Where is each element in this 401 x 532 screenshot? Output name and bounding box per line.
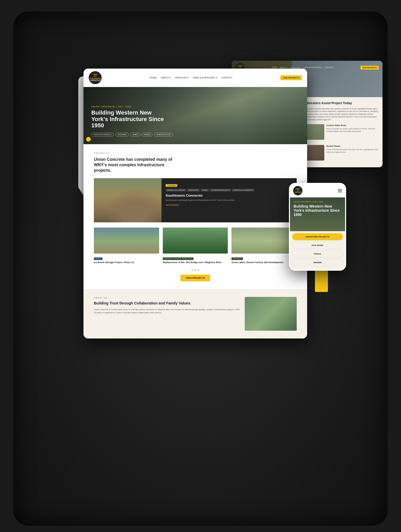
logo-badge: UNION ⬡ CONCRETE CONSTRUCTION: [89, 71, 102, 84]
stake-desc: Union Concrete can build custom bodies f…: [326, 128, 378, 133]
thumb-projects: MARINE Ice Boom Storage Project, Phase 1…: [94, 228, 297, 264]
carousel-dots: [94, 269, 297, 271]
nav-services[interactable]: SERVICES ▾: [175, 76, 189, 79]
stake-title: Custom Stake Body: [326, 124, 378, 127]
mobile-menu-sitework[interactable]: SITE WORK: [292, 242, 343, 249]
featured-tags: BRIDGES & CULVERTS DEMOLITION PARKS SIGN…: [166, 189, 293, 191]
featured-img-dirt: [94, 178, 161, 222]
hero-tag-parks[interactable]: PARKS: [130, 133, 140, 136]
dot-3[interactable]: [198, 269, 199, 271]
bridge-img: [163, 228, 228, 254]
about-text: ABOUT US Building Trust through Collabor…: [94, 297, 240, 314]
feat-tag-parks: PARKS: [201, 189, 209, 191]
mobile-title: Building Western New York's Infrastructu…: [294, 204, 341, 217]
nav-links: HOME ABOUT ▾ SERVICES ▾ SUBS & SUPPLIERS…: [150, 76, 232, 79]
about-heading: Building Trust through Collaboration and…: [94, 301, 240, 305]
main-browser: UNION ⬡ CONCRETE CONSTRUCTION HOME ABOUT…: [83, 84, 307, 338]
fab-item-stake-text: Custom Stake Body Union Concrete can bui…: [326, 124, 378, 133]
hamburger-line-2: [338, 190, 342, 191]
nav-home[interactable]: HOME: [150, 76, 157, 79]
featured-badge: FEATURED: [166, 184, 177, 187]
feat-tag-bridges: BRIDGES & CULVERTS: [166, 189, 186, 191]
about-image: [245, 297, 297, 331]
projects-heading: Union Concrete has completed many of WNY…: [94, 157, 182, 173]
featured-desc: Reconstruction and Bridge Replacement/Re…: [166, 199, 293, 202]
view-projects-button[interactable]: VIEW PROJECTS: [180, 275, 210, 281]
hamburger-line-3: [338, 192, 342, 192]
hero-tags: SIGNATURE PROJECTS SITE WORK PARKS MARIN…: [91, 133, 173, 136]
hamburger-line-1: [338, 189, 342, 190]
marine-tag: MARINE: [94, 257, 102, 260]
mobile-menu-signature[interactable]: SIGNATURE PROJECTS: [292, 233, 343, 240]
nav-contact[interactable]: CONTACT: [221, 76, 232, 79]
bridge-title: Replacement of Rte. 353 Bridge over Alle…: [163, 261, 228, 264]
fab-item-bucket-text: Bucket Repair Union Concrete fabricated …: [326, 145, 378, 154]
mobile-menu-marine[interactable]: MARINE: [292, 259, 343, 266]
site-tag: SITE WORK: [231, 257, 243, 260]
fab-item-stake: Custom Stake Body Union Concrete can bui…: [303, 124, 378, 140]
about-label: ABOUT US: [94, 297, 240, 299]
dot-2[interactable]: [195, 269, 196, 271]
hero-title: Building Western New York's Infrastructu…: [91, 110, 164, 129]
fab-nav-cta[interactable]: OUR PROJECTS: [360, 66, 379, 70]
yellow-indicator: ↓: [86, 137, 91, 142]
hero-tag-site[interactable]: SITE WORK: [115, 133, 129, 136]
fab-right-desc: highly skilled, full-time fabricators wh…: [303, 108, 378, 121]
fab-right-title: Fabricators Assist Project Today: [303, 101, 378, 105]
featured-title: Southtowns Connector: [166, 194, 293, 197]
mobile-menu-parks[interactable]: PARKS: [292, 250, 343, 257]
site-img: [231, 228, 297, 254]
main-nav: UNION ⬡ CONCRETE CONSTRUCTION HOME ABOUT…: [83, 69, 307, 87]
hero-est: UNION CONCRETE | EST. 1950: [91, 106, 173, 108]
hero-section: UNION CONCRETE | EST. 1950 Building West…: [83, 87, 307, 144]
fab-nav-services[interactable]: SERVICES ▾: [290, 66, 301, 69]
projects-label: PROJECTS: [94, 152, 297, 154]
fab-nav-about[interactable]: ABOUT ▾: [280, 66, 287, 69]
feat-tag-demo: DEMOLITION: [187, 189, 200, 191]
fab-nav-home[interactable]: HOME: [271, 66, 277, 69]
dot-1[interactable]: [191, 269, 193, 271]
featured-project-info: FEATURED BRIDGES & CULVERTS DEMOLITION P…: [161, 178, 297, 222]
fab-nav-contact[interactable]: CONTACT: [325, 66, 333, 69]
nav-cta-button[interactable]: OUR PROJECTS: [280, 75, 302, 80]
marine-img: [94, 228, 159, 254]
mobile-menu-items: SIGNATURE PROJECTS SITE WORK PARKS MARIN…: [290, 231, 345, 270]
about-section: ABOUT US Building Trust through Collabor…: [83, 289, 307, 338]
hero-tag-marine[interactable]: MARINE: [142, 133, 152, 136]
thumb-project-bridge: BRIDGES & CULVERTS / DEMOLITION Replacem…: [163, 228, 228, 264]
bucket-desc: Union Concrete fabricated new ears, the …: [326, 148, 378, 154]
hero-tag-signature[interactable]: SIGNATURE PROJECTS: [91, 133, 114, 136]
fab-nav-links: HOME ABOUT ▾ SERVICES ▾ SUBS & SUPPLIERS…: [271, 66, 333, 69]
mobile-nav: UNION ⬡ CONCRETE: [290, 184, 345, 197]
fab-right: Fabricators Assist Project Today highly …: [299, 97, 383, 167]
marine-title: Ice Boom Storage Project, Phase 1A: [94, 261, 159, 264]
mobile-est: UNION CONCRETE | EST. 1950: [294, 201, 341, 203]
bucket-title: Bucket Repair: [326, 145, 378, 147]
logo-sub: CONSTRUCTION: [90, 80, 100, 82]
fab-item-bucket: Bucket Repair Union Concrete fabricated …: [303, 145, 378, 161]
logo-area: UNION ⬡ CONCRETE CONSTRUCTION: [89, 71, 102, 84]
thumb-project-site: SITE WORK Great Lakes Cheese Factory Sit…: [231, 228, 297, 264]
fab-nav-subs[interactable]: SUBS & SUPPLIERS ▾: [303, 66, 322, 69]
featured-project-img: [94, 178, 161, 222]
hero-tag-transport[interactable]: TRANSPORTATION: [154, 133, 173, 136]
feat-tag-sig: SIGNATURE PROJECTS: [210, 189, 231, 191]
mobile-logo: UNION ⬡ CONCRETE: [293, 186, 302, 195]
hamburger-menu[interactable]: [338, 189, 342, 192]
projects-section: PROJECTS Union Concrete has completed ma…: [83, 144, 307, 289]
nav-subs[interactable]: SUBS & SUPPLIERS ▾: [193, 76, 217, 79]
hero-content: UNION CONCRETE | EST. 1950 Building West…: [91, 106, 173, 136]
feat-tag-corridor: FIRST PLACE CORRIDOR: [232, 189, 254, 191]
featured-link[interactable]: VIEW PROJECT →: [166, 204, 293, 206]
thumb-project-marine: MARINE Ice Boom Storage Project, Phase 1…: [94, 228, 159, 264]
mobile-hero: UNION CONCRETE | EST. 1950 Building West…: [290, 197, 345, 231]
about-desc: Union Concrete & Construction Corp. is a…: [94, 308, 240, 314]
nav-about[interactable]: ABOUT ▾: [161, 76, 171, 79]
bridge-tag: BRIDGES & CULVERTS / DEMOLITION: [163, 257, 193, 260]
fab-items: Custom Stake Body Union Concrete can bui…: [303, 124, 378, 163]
site-title: Great Lakes Cheese Factory Site Developm…: [231, 261, 297, 264]
featured-project: FEATURED BRIDGES & CULVERTS DEMOLITION P…: [94, 178, 297, 222]
